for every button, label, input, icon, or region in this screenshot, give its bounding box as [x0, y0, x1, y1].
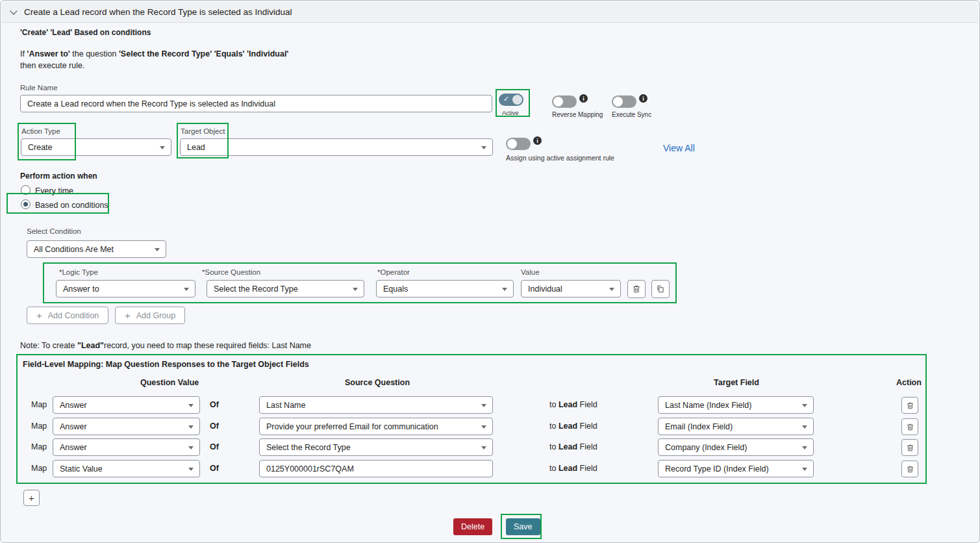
map-label: Map	[31, 422, 47, 431]
question-value-select[interactable]: Answer	[53, 396, 200, 414]
active-toggle[interactable]: ✓	[499, 94, 523, 106]
delete-mapping-button[interactable]	[901, 397, 918, 414]
note-object: "Lead"	[77, 341, 104, 350]
add-condition-button[interactable]: + Add Condition	[27, 307, 108, 324]
based-on-conditions-label[interactable]: Based on conditions	[35, 201, 108, 210]
logic-type-value: Answer to	[63, 284, 99, 294]
target-field-select[interactable]: Record Type ID (Index Field)	[658, 460, 814, 477]
to-field-label: to Lead Field	[549, 400, 597, 409]
to-text: to	[549, 422, 556, 431]
condition-summary: If 'Answer to' the question 'Select the …	[20, 49, 288, 58]
of-label: Of	[210, 422, 219, 431]
operator-select[interactable]: Equals	[376, 280, 514, 297]
rule-name-input[interactable]	[20, 95, 492, 112]
condition-source-value: Select the Record Type	[214, 284, 298, 294]
target-object-select[interactable]: Lead	[180, 138, 493, 156]
plus-icon: +	[36, 310, 42, 320]
every-time-label[interactable]: Every time	[35, 186, 73, 196]
chevron-down-icon	[160, 146, 165, 149]
operator-value: Equals	[383, 284, 408, 294]
header-target-field: Target Field	[714, 378, 759, 387]
add-condition-label: Add Condition	[48, 311, 99, 320]
field-text: Field	[580, 422, 597, 431]
header-action: Action	[896, 378, 922, 387]
chevron-down-icon	[481, 404, 486, 407]
toggle-knob	[507, 139, 517, 149]
question-value-selected: Answer	[60, 401, 87, 410]
question-value-select[interactable]: Answer	[53, 418, 200, 435]
mapping-row: Map Static Value Of to Lead Field Record…	[17, 460, 927, 478]
rule-editor-panel: Create a Lead record when the Record Typ…	[0, 0, 980, 543]
map-label: Map	[31, 464, 47, 473]
copy-icon	[656, 284, 665, 294]
info-icon[interactable]: i	[579, 94, 588, 103]
section-header[interactable]: Create a Lead record when the Record Typ…	[2, 2, 978, 23]
select-condition-value: All Conditions Are Met	[34, 245, 114, 254]
info-icon[interactable]: i	[639, 94, 647, 103]
logic-type-select[interactable]: Answer to	[56, 280, 195, 297]
plus-icon: +	[125, 310, 131, 320]
save-button[interactable]: Save	[506, 518, 540, 535]
add-group-button[interactable]: + Add Group	[115, 307, 185, 324]
question-value-select[interactable]: Static Value	[53, 460, 200, 477]
object-text: Lead	[559, 464, 577, 473]
execute-sync-toggle[interactable]	[612, 95, 636, 108]
note-suffix: record, you need to map these required f…	[104, 341, 311, 350]
active-toggle-label: Active	[502, 109, 519, 116]
radio-based-on-conditions[interactable]	[21, 199, 31, 209]
perform-action-label: Perform action when	[20, 171, 97, 181]
radio-every-time[interactable]	[21, 185, 31, 195]
select-condition-select[interactable]: All Conditions Are Met	[27, 240, 166, 258]
source-question-select[interactable]: Select the Record Type	[259, 438, 493, 456]
question-value-select[interactable]: Answer	[53, 438, 200, 456]
chevron-down-icon	[481, 446, 486, 449]
add-mapping-row-button[interactable]: +	[23, 490, 40, 506]
action-type-value: Create	[28, 143, 53, 152]
chevron-down-icon	[353, 288, 358, 291]
summary-value: 'Individual'	[247, 49, 288, 58]
to-field-label: to Lead Field	[549, 442, 597, 451]
source-question-selected: Select the Record Type	[266, 443, 351, 452]
view-all-link[interactable]: View All	[663, 143, 695, 153]
condition-source-question-select[interactable]: Select the Record Type	[207, 280, 364, 297]
object-text: Lead	[559, 422, 577, 431]
action-type-select[interactable]: Create	[21, 138, 171, 156]
map-label: Map	[31, 400, 47, 409]
target-object-label: Target Object	[181, 127, 225, 135]
collapse-chevron-icon[interactable]	[10, 7, 17, 14]
object-text: Lead	[559, 442, 577, 451]
delete-mapping-button[interactable]	[901, 439, 918, 456]
assignment-rule-toggle[interactable]	[506, 138, 531, 150]
toggle-knob	[512, 95, 522, 105]
copy-condition-button[interactable]	[651, 280, 670, 298]
reverse-mapping-toggle[interactable]	[552, 95, 577, 108]
chevron-down-icon	[502, 288, 507, 291]
target-field-select[interactable]: Last Name (Index Field)	[658, 396, 814, 414]
static-value-input[interactable]	[259, 460, 493, 477]
target-field-select[interactable]: Email (Index Field)	[658, 418, 814, 435]
chevron-down-icon	[802, 404, 807, 407]
source-question-select[interactable]: Provide your preferred Email for communi…	[259, 418, 493, 435]
source-question-select[interactable]: Last Name	[259, 396, 493, 414]
target-field-select[interactable]: Company (Index Field)	[658, 438, 814, 456]
plus-icon: +	[29, 493, 34, 503]
target-field-selected: Email (Index Field)	[665, 422, 733, 431]
delete-mapping-button[interactable]	[901, 461, 918, 477]
summary-mid: the question	[72, 49, 116, 58]
toggle-knob	[613, 97, 623, 107]
rule-subtitle: 'Create' 'Lead' Based on conditions	[20, 28, 151, 37]
value-label: Value	[521, 268, 540, 276]
summary-operator: 'Equals'	[214, 49, 245, 58]
info-icon[interactable]: i	[533, 136, 542, 145]
delete-mapping-button[interactable]	[901, 418, 918, 435]
delete-condition-button[interactable]	[627, 280, 646, 298]
target-field-selected: Last Name (Index Field)	[665, 401, 751, 410]
question-value-selected: Answer	[60, 443, 87, 452]
to-field-label: to Lead Field	[549, 464, 597, 473]
reverse-mapping-label: Reverse Mapping	[552, 111, 603, 118]
of-label: Of	[210, 400, 219, 409]
required-fields-note: Note: To create "Lead"record, you need t…	[20, 341, 311, 350]
delete-button[interactable]: Delete	[453, 518, 492, 535]
condition-value-select[interactable]: Individual	[521, 280, 621, 297]
chevron-down-icon	[188, 446, 194, 449]
